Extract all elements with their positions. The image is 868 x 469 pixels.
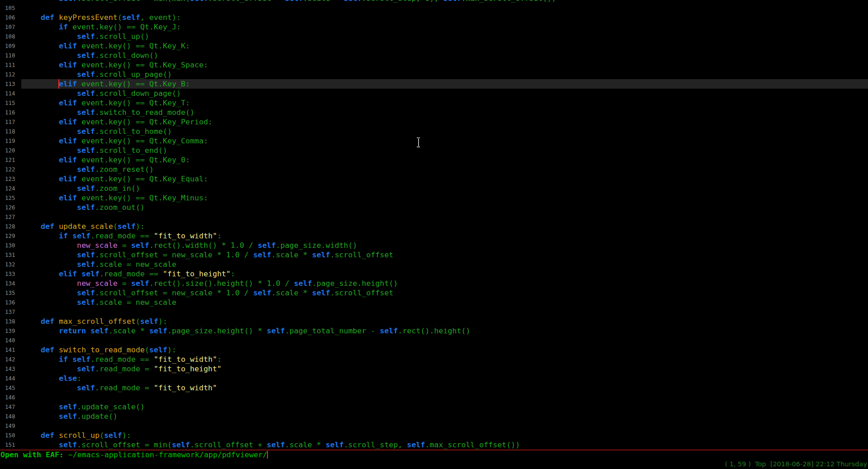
code-token: .scroll_offset + bbox=[190, 441, 267, 449]
code-line[interactable]: 115 elif event.key() == Qt.Key_T: bbox=[0, 98, 868, 108]
code-line[interactable]: 138 def max_scroll_offset(self): bbox=[0, 317, 868, 326]
code-token: = bbox=[118, 279, 131, 288]
code-line[interactable]: 146 bbox=[0, 393, 868, 402]
code-text: elif self.read_mode == "fit_to_height": bbox=[23, 269, 235, 279]
code-text: if self.read_mode == "fit_to_width": bbox=[23, 231, 222, 241]
code-line[interactable]: 126 self.zoom_out() bbox=[0, 203, 868, 212]
code-line[interactable]: 119 elif event.key() == Qt.Key_Comma: bbox=[0, 136, 868, 146]
code-line[interactable]: 135 self.scroll_offset = new_scale * 1.0… bbox=[0, 288, 868, 298]
code-token: .scale = new_scale bbox=[95, 298, 176, 307]
code-line[interactable]: 105 bbox=[0, 3, 868, 13]
code-line[interactable]: 110 self.scroll_down() bbox=[0, 51, 868, 60]
code-line[interactable]: 150 def scroll_up(self): bbox=[0, 431, 868, 440]
code-line[interactable]: 114 self.scroll_down_page() bbox=[0, 89, 868, 98]
code-text: if event.key() == Qt.Key_J: bbox=[23, 22, 181, 32]
code-token: else bbox=[59, 374, 77, 383]
code-line[interactable]: 139 return self.scale * self.page_size.h… bbox=[0, 326, 868, 336]
code-token: .page_size.width() bbox=[276, 241, 358, 250]
code-token: : bbox=[217, 355, 222, 364]
code-line[interactable]: 117 elif event.key() == Qt.Key_Period: bbox=[0, 117, 868, 127]
code-text: elif event.key() == Qt.Key_Comma: bbox=[23, 136, 208, 146]
code-text: new_scale = self.rect().size().height() … bbox=[23, 279, 398, 288]
code-line[interactable]: 133 elif self.read_mode == "fit_to_heigh… bbox=[0, 269, 868, 279]
line-number: 140 bbox=[5, 336, 15, 345]
code-line[interactable]: 149 bbox=[0, 421, 868, 431]
code-line[interactable]: 112 self.scroll_up_page() bbox=[0, 70, 868, 79]
code-line[interactable]: 128 def update_scale(self): bbox=[0, 222, 868, 231]
code-text: self.scroll_down() bbox=[23, 51, 158, 60]
code-token: .rect().height() bbox=[398, 327, 470, 335]
code-line[interactable]: 143 self.read_mode = "fit_to_height" bbox=[0, 364, 868, 374]
minibuffer-input[interactable]: ~/emacs-application-framework/app/pdfvie… bbox=[68, 450, 267, 459]
line-number: 110 bbox=[5, 51, 15, 60]
code-line[interactable]: 113 elif event.key() == Qt.Key_B: bbox=[0, 79, 868, 89]
code-line[interactable]: 108 self.scroll_up() bbox=[0, 32, 868, 41]
line-number: 130 bbox=[5, 241, 15, 250]
code-line[interactable]: 132 self.scale = new_scale bbox=[0, 260, 868, 269]
code-line[interactable]: 125 elif event.key() == Qt.Key_Minus: bbox=[0, 193, 868, 203]
code-token bbox=[23, 289, 77, 297]
code-token: .rect().size().height() * 1.0 / bbox=[149, 279, 294, 288]
code-token: event.key() == Qt.Key_Equal: bbox=[77, 175, 208, 183]
code-token bbox=[23, 403, 59, 411]
code-token: .scale = new_scale bbox=[95, 260, 176, 269]
line-number: 122 bbox=[5, 165, 15, 174]
line-number: 136 bbox=[5, 298, 15, 307]
code-line[interactable]: 120 self.scroll_to_end() bbox=[0, 146, 868, 155]
code-line-partial[interactable]: self.scroll_offset = min(max(self.scroll… bbox=[0, 0, 868, 3]
code-text: self.scroll_offset = new_scale * 1.0 / s… bbox=[23, 250, 393, 260]
code-line[interactable]: 109 elif event.key() == Qt.Key_K: bbox=[0, 41, 868, 51]
code-line[interactable]: 123 elif event.key() == Qt.Key_Equal: bbox=[0, 174, 868, 184]
code-line[interactable]: 137 bbox=[0, 307, 868, 317]
code-line[interactable]: 122 self.zoom_reset() bbox=[0, 165, 868, 174]
code-token bbox=[23, 270, 59, 278]
code-line[interactable]: 130 new_scale = self.rect().width() * 1.… bbox=[0, 241, 868, 250]
code-line[interactable]: 106 def keyPressEvent(self, event): bbox=[0, 13, 868, 22]
line-number: 142 bbox=[5, 355, 15, 364]
code-line[interactable]: 107 if event.key() == Qt.Key_J: bbox=[0, 22, 868, 32]
code-line[interactable]: 136 self.scale = new_scale bbox=[0, 298, 868, 307]
code-token: def bbox=[41, 222, 54, 231]
code-line[interactable]: 147 self.update_scale() bbox=[0, 402, 868, 412]
code-line[interactable]: 142 if self.read_mode == "fit_to_width": bbox=[0, 355, 868, 364]
code-line[interactable]: 140 bbox=[0, 336, 868, 345]
code-line[interactable]: 124 self.zoom_in() bbox=[0, 184, 868, 193]
code-token: elif bbox=[59, 270, 77, 278]
code-token: event.key() == Qt.Key_Space: bbox=[77, 61, 208, 69]
line-number: 109 bbox=[5, 41, 15, 51]
code-token: .scroll_offset - bbox=[208, 0, 285, 3]
code-line[interactable]: 121 elif event.key() == Qt.Key_0: bbox=[0, 155, 868, 165]
code-token: event.key() == Qt.Key_Minus: bbox=[77, 194, 208, 202]
line-number: 133 bbox=[5, 269, 15, 279]
code-token: .scroll_offset = min( bbox=[77, 441, 172, 449]
code-token: .zoom_in() bbox=[95, 184, 140, 193]
code-token: ( bbox=[100, 431, 104, 440]
code-text: self.read_mode = "fit_to_width" bbox=[23, 383, 217, 393]
code-line[interactable]: 151 self.scroll_offset = min(self.scroll… bbox=[0, 440, 868, 450]
minibuffer[interactable]: Open with EAF: ~/emacs-application-frame… bbox=[0, 450, 868, 460]
line-number: 150 bbox=[5, 431, 15, 440]
code-line[interactable]: 111 elif event.key() == Qt.Key_Space: bbox=[0, 60, 868, 70]
code-token: event.key() == Qt.Key_Period: bbox=[77, 118, 213, 126]
code-buffer[interactable]: self.scroll_offset = min(max(self.scroll… bbox=[0, 0, 868, 450]
code-token: .max_scroll_offset()) bbox=[425, 441, 520, 449]
code-line[interactable]: 127 bbox=[0, 212, 868, 222]
line-number: 108 bbox=[5, 32, 15, 41]
code-line[interactable]: 148 self.update() bbox=[0, 412, 868, 421]
code-text: self.scroll_up() bbox=[23, 32, 149, 41]
code-line[interactable]: 129 if self.read_mode == "fit_to_width": bbox=[0, 231, 868, 241]
code-line[interactable]: 145 self.read_mode = "fit_to_width" bbox=[0, 383, 868, 393]
code-token: .scroll_down_page() bbox=[95, 89, 181, 98]
code-line[interactable]: 144 else: bbox=[0, 374, 868, 383]
code-line[interactable]: 134 new_scale = self.rect().size().heigh… bbox=[0, 279, 868, 288]
code-line[interactable]: 141 def switch_to_read_mode(self): bbox=[0, 345, 868, 355]
code-line[interactable]: 116 self.switch_to_read_mode() bbox=[0, 108, 868, 117]
code-token bbox=[23, 108, 77, 117]
code-token bbox=[68, 232, 72, 240]
code-token: .scroll_up_page() bbox=[95, 70, 172, 79]
code-token: elif bbox=[59, 118, 77, 126]
code-token: ( bbox=[136, 317, 140, 326]
code-line[interactable]: 131 self.scroll_offset = new_scale * 1.0… bbox=[0, 250, 868, 260]
code-line[interactable]: 118 self.scroll_to_home() bbox=[0, 127, 868, 136]
code-token: .read_mode == bbox=[91, 355, 154, 364]
